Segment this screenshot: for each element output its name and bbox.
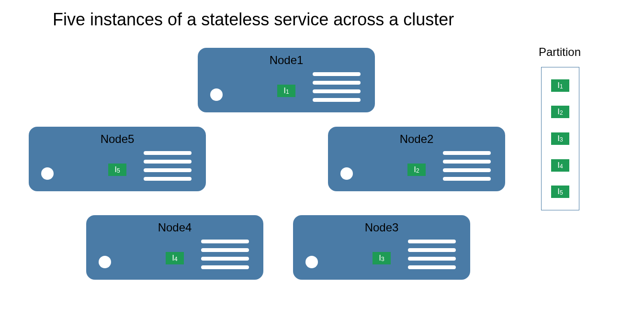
node-label: Node1 [198, 54, 375, 67]
instance-badge: I4 [166, 252, 184, 264]
partition-instance-label: I5 [551, 186, 569, 198]
instance-label: I5 [108, 164, 126, 176]
instance-badge: I5 [108, 164, 126, 176]
node-label: Node2 [328, 132, 505, 146]
node-label: Node5 [29, 132, 206, 146]
partition-box: I1I2I3I4I5 [541, 67, 579, 210]
vents-icon [313, 72, 361, 102]
power-indicator-icon [210, 88, 223, 101]
node-label: Node4 [86, 221, 263, 234]
partition-instance: I5 [551, 186, 569, 198]
instance-badge: I3 [373, 252, 391, 264]
partition-instance: I3 [551, 132, 569, 145]
power-indicator-icon [41, 167, 54, 180]
partition-instance: I1 [551, 79, 569, 92]
partition-instance-label: I3 [551, 132, 569, 145]
instance-label: I3 [373, 252, 391, 264]
instance-label: I1 [277, 85, 295, 97]
vents-icon [201, 240, 249, 269]
vents-icon [443, 151, 491, 181]
partition-instance-label: I1 [551, 79, 569, 92]
node-node2: Node2I2 [328, 127, 505, 191]
node-node1: Node1I1 [198, 48, 375, 112]
partition-instance: I2 [551, 106, 569, 118]
node-node4: Node4I4 [86, 215, 263, 280]
node-node3: Node3I3 [293, 215, 470, 280]
instance-badge: I1 [277, 85, 295, 97]
partition-instance-label: I2 [551, 106, 569, 118]
node-node5: Node5I5 [29, 127, 206, 191]
power-indicator-icon [99, 256, 111, 268]
power-indicator-icon [340, 167, 353, 180]
instance-badge: I2 [407, 164, 426, 176]
partition-label: Partition [539, 45, 581, 59]
diagram-title: Five instances of a stateless service ac… [53, 10, 454, 30]
partition-instance: I4 [551, 159, 569, 172]
vents-icon [144, 151, 192, 181]
instance-label: I2 [407, 164, 426, 176]
node-label: Node3 [293, 221, 470, 234]
instance-label: I4 [166, 252, 184, 264]
power-indicator-icon [305, 256, 318, 268]
partition-instance-label: I4 [551, 159, 569, 172]
vents-icon [408, 240, 456, 269]
